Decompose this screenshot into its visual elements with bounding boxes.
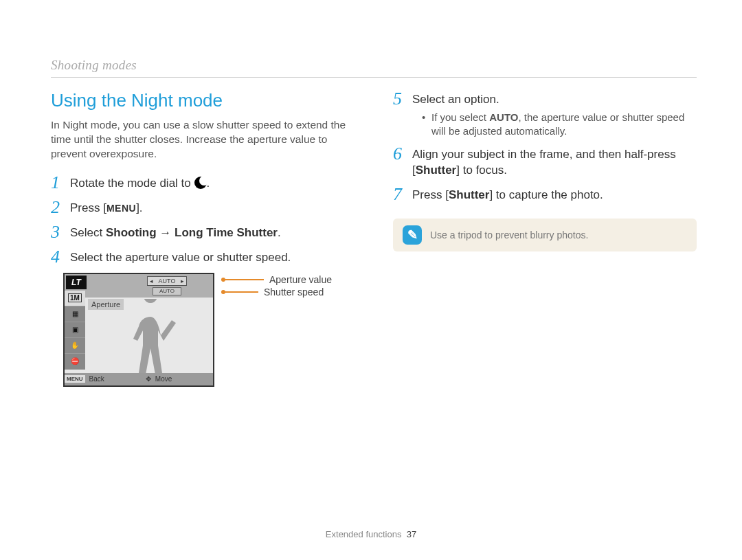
camera-side-hand-icon: ✋: [65, 338, 85, 354]
step-number: 2: [51, 199, 70, 216]
camera-auto-value-1: AUTO: [159, 278, 176, 284]
step-6: 6 Align your subject in the frame, and t…: [393, 145, 697, 179]
step-7-suffix: ] to capture the photo.: [489, 188, 603, 201]
step-7-shutter: Shutter: [449, 188, 490, 201]
callout-aperture-label: Aperture value: [269, 274, 332, 285]
camera-side-1m-label: 1M: [68, 293, 82, 302]
footer-section: Extended functions: [326, 529, 402, 539]
content-columns: Using the Night mode In Night mode, you …: [51, 90, 697, 387]
arrow-icon: →: [157, 226, 175, 239]
tip-note-box: ✎ Use a tripod to prevent blurry photos.: [393, 219, 697, 251]
step-number: 5: [393, 90, 412, 108]
step-text: Align your subject in the frame, and the…: [412, 145, 697, 179]
step-2: 2 Press [MENU].: [51, 199, 355, 216]
step-6-shutter: Shutter: [416, 164, 457, 177]
step-number: 3: [51, 223, 70, 241]
callout-line: [224, 291, 258, 293]
step-3-long-time-shutter: Long Time Shutter: [175, 226, 278, 239]
camera-side-focus-icon: ▣: [65, 322, 85, 338]
step-text: Press [MENU].: [70, 199, 143, 216]
camera-back-label: Back: [89, 375, 104, 383]
chevron-left-icon: ◂: [150, 278, 153, 284]
callout-shutter: Shutter speed: [224, 287, 332, 298]
step-5-text: Select an option.: [412, 92, 697, 108]
step-3-prefix: Select: [70, 226, 106, 239]
person-silhouette-icon: [120, 299, 181, 376]
breadcrumb: Shooting modes: [51, 58, 697, 78]
step-3-shooting: Shooting: [106, 226, 157, 239]
intro-paragraph: In Night mode, you can use a slow shutte…: [51, 118, 355, 161]
footer-page-number: 37: [407, 529, 416, 539]
camera-topbar: [65, 274, 213, 298]
step-number: 7: [393, 186, 412, 203]
step-number: 1: [51, 174, 70, 192]
manual-page: Shooting modes Using the Night mode In N…: [0, 0, 742, 560]
step-3: 3 Select Shooting → Long Time Shutter.: [51, 223, 355, 241]
camera-side-stabilizer-icon: ⛔: [65, 354, 85, 370]
camera-side-resolution: 1M: [65, 291, 85, 306]
step-number: 6: [393, 145, 412, 163]
camera-auto-value-2: AUTO: [159, 288, 175, 294]
night-mode-icon: [194, 177, 207, 189]
step-5-sub-prefix: If you select: [431, 111, 489, 123]
camera-aperture-auto-selector: ◂ AUTO ▸: [147, 276, 187, 286]
camera-screen: LT ◂ AUTO ▸ AUTO 1M ▦ ▣ ✋ ⛔: [63, 273, 214, 387]
step-2-suffix: ].: [136, 201, 142, 214]
step-1-prefix: Rotate the mode dial to: [70, 177, 194, 190]
move-icon: ✥: [146, 375, 151, 383]
camera-aperture-label: Aperture: [88, 299, 124, 310]
camera-lt-badge: LT: [66, 276, 87, 289]
step-7-prefix: Press [: [412, 188, 449, 201]
right-column: 5 Select an option. If you select AUTO, …: [393, 90, 697, 387]
callout-aperture: Aperture value: [224, 274, 332, 285]
step-3-suffix: .: [278, 226, 281, 239]
note-text: Use a tripod to prevent blurry photos.: [430, 229, 588, 240]
camera-shutter-auto-selector: AUTO: [153, 287, 181, 295]
step-text: Rotate the mode dial to .: [70, 174, 210, 192]
camera-bottom-bar: MENU Back ✥ Move: [65, 373, 213, 385]
step-number: 4: [51, 248, 70, 266]
step-text: Select the aperture value or shutter spe…: [70, 248, 291, 266]
camera-sidebar: 1M ▦ ▣ ✋ ⛔: [65, 291, 85, 370]
page-footer: Extended functions 37: [0, 529, 742, 539]
step-7: 7 Press [Shutter] to capture the photo.: [393, 186, 697, 203]
step-text: Press [Shutter] to capture the photo.: [412, 186, 603, 203]
step-1: 1 Rotate the mode dial to .: [51, 174, 355, 192]
camera-screen-figure: LT ◂ AUTO ▸ AUTO 1M ▦ ▣ ✋ ⛔: [63, 273, 355, 387]
chevron-right-icon: ▸: [181, 278, 184, 284]
step-2-prefix: Press [: [70, 201, 106, 214]
step-5-sub-auto: AUTO: [489, 111, 518, 123]
note-pencil-icon: ✎: [403, 225, 422, 245]
camera-side-grid-icon: ▦: [65, 306, 85, 322]
step-4: 4 Select the aperture value or shutter s…: [51, 248, 355, 266]
camera-menu-tag: MENU: [65, 375, 85, 383]
step-text: Select an option. If you select AUTO, th…: [412, 90, 697, 138]
camera-callouts: Aperture value Shutter speed: [224, 273, 332, 298]
section-title: Using the Night mode: [51, 90, 355, 111]
camera-move-label: Move: [155, 375, 172, 383]
step-text: Select Shooting → Long Time Shutter.: [70, 223, 281, 241]
step-6-suffix: ] to focus.: [456, 164, 507, 177]
callout-shutter-label: Shutter speed: [264, 287, 324, 298]
menu-label: MENU: [106, 203, 136, 214]
step-5: 5 Select an option. If you select AUTO, …: [393, 90, 697, 138]
step-5-sub-bullet: If you select AUTO, the aperture value o…: [422, 111, 697, 139]
callout-line: [224, 279, 264, 280]
left-column: Using the Night mode In Night mode, you …: [51, 90, 355, 387]
